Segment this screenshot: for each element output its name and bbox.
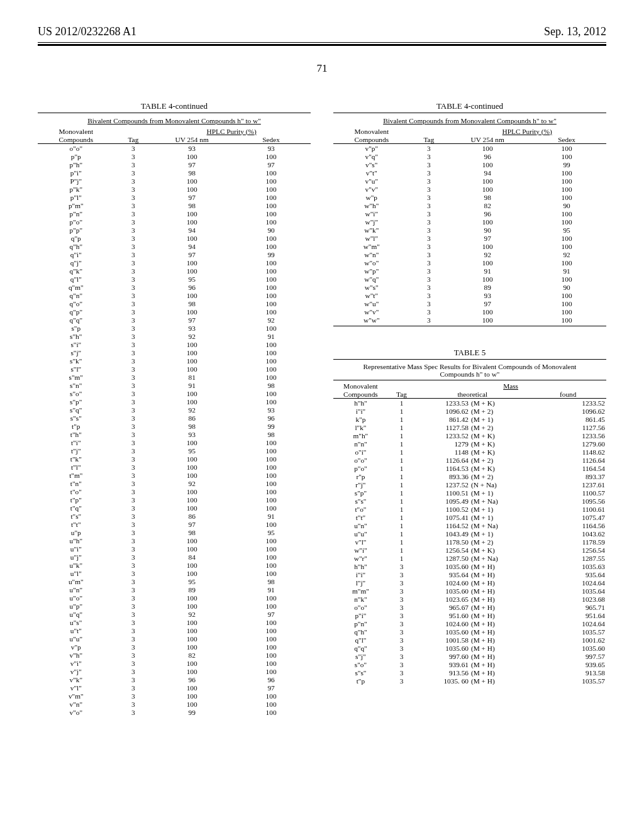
table-row: u"m"39598 [38, 577, 311, 585]
cell: 3 [114, 406, 153, 414]
cell: h"h" [333, 562, 388, 570]
th-uv: UV 254 nm [448, 135, 527, 144]
header-rule-thin [38, 42, 606, 43]
table-row: o"i"11148(M + K)1148.62 [333, 448, 606, 456]
cell: 1043.49 [415, 529, 470, 538]
cell: 3 [114, 340, 153, 348]
table-row: t"p31035. 60(M + H)1035.57 [333, 677, 606, 685]
cell: t"p [38, 422, 114, 430]
cell: 100 [231, 455, 311, 463]
cell: 1035.64 [530, 587, 606, 595]
cell: 95 [152, 275, 231, 283]
cell: 1256.54 [415, 546, 470, 554]
cell: 1 [388, 497, 415, 505]
cell: 1148 [415, 448, 470, 456]
cell: 95 [527, 226, 606, 234]
cell: 1 [388, 448, 415, 456]
cell: 1 [388, 431, 415, 440]
cell: 1035.63 [530, 562, 606, 570]
table5: Monovalent Mass Compounds Tag theoretica… [333, 382, 606, 685]
table-row: p"k"3100100 [38, 185, 311, 193]
cell: 100 [231, 561, 311, 569]
cell: 3 [388, 587, 415, 595]
table-row: u"u"11043.49(M + 1)1043.62 [333, 529, 606, 538]
cell: t"p" [38, 495, 114, 504]
cell: s"n" [38, 381, 114, 389]
th-compounds: Compounds [333, 135, 410, 144]
cell: 100 [152, 218, 231, 226]
cell: 82 [152, 651, 231, 659]
table-row: u"l"3100100 [38, 569, 311, 577]
table-row: t"s"38691 [38, 512, 311, 520]
cell: (M + K) [470, 448, 530, 456]
cell: 96 [231, 675, 311, 683]
cell: 3 [388, 562, 415, 570]
cell: (M + K) [470, 546, 530, 554]
table-row: p"l"397100 [38, 193, 311, 201]
cell: 3 [114, 438, 153, 446]
table-row: w"p398100 [333, 193, 606, 201]
cell: 100 [231, 291, 311, 299]
right-column: TABLE 4-continued Bivalent Compounds fro… [333, 101, 606, 716]
table-row: s"l"3100100 [38, 365, 311, 373]
cell: 1035.57 [530, 677, 606, 685]
cell: s"l" [38, 365, 114, 373]
cell: 3 [114, 250, 153, 258]
table-row: v"h"382100 [38, 651, 311, 659]
table-row: q"j"3100100 [38, 258, 311, 267]
table-row: p"i"398100 [38, 169, 311, 177]
cell: 99 [527, 160, 606, 169]
cell: v"s" [333, 160, 410, 169]
cell: 3 [114, 152, 153, 160]
cell: 100 [527, 193, 606, 201]
cell: p"p" [38, 226, 114, 234]
cell: 100 [231, 283, 311, 291]
cell: 1237.52 [415, 480, 470, 489]
cell: 1 [388, 546, 415, 554]
table-row: p"n"3100100 [38, 209, 311, 218]
cell: 3 [114, 553, 153, 561]
cell: 100 [231, 152, 311, 160]
table-row: t"l"3100100 [38, 463, 311, 471]
table-row: i"i"3935.64(M + H)935.64 [333, 570, 606, 578]
cell: 1279.60 [530, 440, 606, 448]
table-row: i"i"11096.62(M + 2)1096.62 [333, 407, 606, 415]
cell: 3 [114, 365, 153, 373]
th-monovalent: Monovalent [333, 127, 410, 135]
cell: 3 [114, 242, 153, 250]
cell: 100 [231, 594, 311, 602]
cell: 1127.56 [530, 423, 606, 431]
cell: 3 [114, 324, 153, 332]
cell: 98 [152, 422, 231, 430]
cell: 100 [152, 495, 231, 504]
cell: 3 [410, 144, 448, 153]
cell: 3 [410, 185, 448, 193]
table-row: t"i"3100100 [38, 438, 311, 446]
table-row: r"p1893.36(M + 2)893.37 [333, 472, 606, 480]
cell: 1 [388, 464, 415, 472]
table4-title-left: TABLE 4-continued [38, 101, 311, 111]
cell: 1 [388, 513, 415, 521]
table-row: w"l"397100 [333, 234, 606, 242]
table-row: s"j"3997.60(M + H)997.57 [333, 652, 606, 660]
cell: 98 [152, 299, 231, 307]
cell: s"o" [333, 660, 388, 668]
cell: 100 [231, 634, 311, 643]
cell: 3 [114, 160, 153, 169]
cell: n"n" [333, 440, 388, 448]
cell: v"j" [38, 667, 114, 675]
cell: (M + K) [470, 464, 530, 472]
table-row: r"j"11237.52(N + Na)1237.61 [333, 480, 606, 489]
cell: 3 [114, 348, 153, 357]
cell: r"j" [333, 480, 388, 489]
cell: 100 [152, 463, 231, 471]
table4-subtitle-left: Bivalent Compounds from Monovalent Compo… [38, 117, 311, 124]
cell: s"j" [333, 652, 388, 660]
table-row: s"s"3913.56(M + H)913.58 [333, 668, 606, 677]
cell: 861.45 [530, 415, 606, 423]
cell: t"i" [38, 438, 114, 446]
cell: 3 [114, 307, 153, 316]
cell: 3 [114, 332, 153, 340]
cell: 97 [152, 316, 231, 324]
table-row: v"l"310097 [38, 683, 311, 692]
